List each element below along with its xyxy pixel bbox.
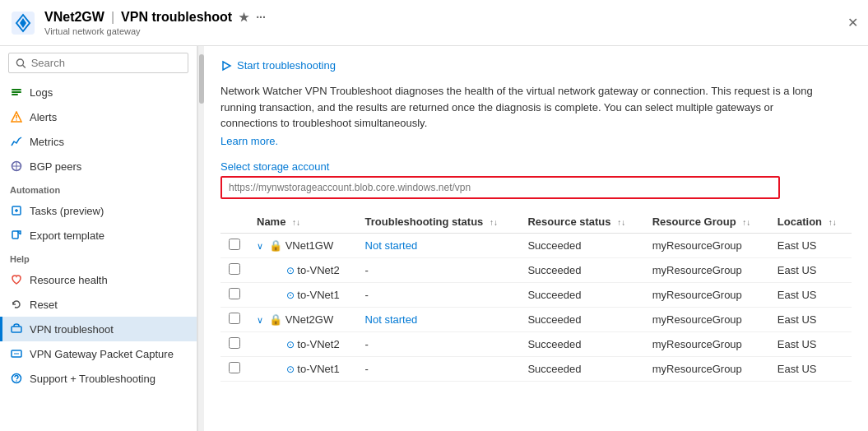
sidebar-section-automation: Automation bbox=[0, 178, 197, 198]
col-name[interactable]: Name ↑↓ bbox=[248, 211, 357, 234]
row-troubleshooting-status: - bbox=[357, 331, 520, 356]
connection-icon: ⊙ bbox=[286, 364, 297, 375]
row-troubleshooting-status: Not started bbox=[357, 233, 520, 257]
close-button[interactable]: ✕ bbox=[847, 15, 858, 30]
row-location: East US bbox=[769, 331, 852, 356]
sort-icon-troubleshoot[interactable]: ↑↓ bbox=[490, 218, 498, 227]
sidebar-item-label: Export template bbox=[30, 229, 104, 242]
sort-icon-name[interactable]: ↑↓ bbox=[292, 218, 300, 227]
scrollbar-thumb bbox=[199, 54, 204, 104]
sidebar-nav: Logs Alerts Metrics BGP peers bbox=[0, 80, 197, 431]
col-troubleshooting-status[interactable]: Troubleshooting status ↑↓ bbox=[357, 211, 520, 234]
connection-icon: ⊙ bbox=[286, 290, 297, 301]
storage-account-input[interactable] bbox=[220, 176, 780, 199]
play-icon bbox=[220, 60, 232, 72]
table-row: ∨ 🔒 VNet1GWNot startedSucceededmyResourc… bbox=[220, 233, 852, 257]
resource-name: VNet2GW bbox=[44, 10, 104, 25]
row-name-cell: ⊙ to-VNet1 bbox=[248, 356, 357, 381]
connection-icon: ⊙ bbox=[286, 339, 297, 350]
row-name: to-VNet1 bbox=[297, 289, 339, 301]
sidebar-scrollbar[interactable] bbox=[197, 46, 204, 431]
table-row: ⊙ to-VNet2-SucceededmyResourceGroupEast … bbox=[220, 257, 852, 282]
sidebar-item-export-template[interactable]: Export template bbox=[0, 223, 197, 248]
packet-icon bbox=[10, 347, 23, 360]
sidebar-item-logs[interactable]: Logs bbox=[0, 80, 197, 104]
sidebar-item-tasks[interactable]: Tasks (preview) bbox=[0, 198, 197, 223]
table-row: ⊙ to-VNet2-SucceededmyResourceGroupEast … bbox=[220, 331, 852, 356]
row-checkbox[interactable] bbox=[229, 263, 240, 275]
row-resource-group: myResourceGroup bbox=[644, 233, 769, 257]
row-troubleshooting-status: Not started bbox=[357, 307, 520, 331]
sidebar-item-vpn-troubleshoot[interactable]: VPN troubleshoot bbox=[0, 317, 197, 341]
svg-rect-5 bbox=[12, 89, 21, 90]
row-name: VNet1GW bbox=[285, 239, 334, 252]
bgp-icon bbox=[10, 160, 23, 173]
row-name-cell: ⊙ to-VNet1 bbox=[248, 282, 357, 307]
svg-rect-17 bbox=[12, 231, 18, 239]
sidebar-search-container[interactable] bbox=[8, 53, 188, 73]
sidebar-item-reset[interactable]: Reset bbox=[0, 292, 197, 317]
gateway-icon: 🔒 bbox=[269, 313, 285, 326]
export-icon bbox=[10, 229, 23, 242]
sidebar-item-resource-health[interactable]: Resource health bbox=[0, 267, 197, 292]
row-troubleshooting-status: - bbox=[357, 257, 520, 282]
svg-rect-6 bbox=[12, 91, 21, 93]
col-resource-status[interactable]: Resource status ↑↓ bbox=[519, 211, 643, 234]
sort-icon-resource[interactable]: ↑↓ bbox=[617, 218, 625, 227]
sidebar-item-metrics[interactable]: Metrics bbox=[0, 129, 197, 154]
sidebar: Logs Alerts Metrics BGP peers bbox=[0, 46, 197, 431]
expand-icon[interactable]: ∨ bbox=[257, 241, 266, 251]
page-subtitle: Virtual network gateway bbox=[44, 26, 841, 36]
sidebar-item-bgp-peers[interactable]: BGP peers bbox=[0, 154, 197, 178]
sort-icon-location[interactable]: ↑↓ bbox=[829, 218, 837, 227]
section-name: VPN troubleshoot bbox=[121, 10, 232, 25]
svg-marker-24 bbox=[223, 62, 230, 70]
alerts-icon bbox=[10, 110, 23, 123]
sort-icon-group[interactable]: ↑↓ bbox=[742, 218, 750, 227]
description-text: Network Watcher VPN Troubleshoot diagnos… bbox=[220, 83, 829, 132]
sidebar-item-label: Support + Troubleshooting bbox=[30, 373, 155, 385]
col-location[interactable]: Location ↑↓ bbox=[769, 211, 852, 234]
row-location: East US bbox=[769, 356, 852, 381]
row-resource-status: Succeeded bbox=[519, 282, 643, 307]
sidebar-item-label: Logs bbox=[30, 86, 53, 99]
expand-icon[interactable]: ∨ bbox=[257, 315, 266, 325]
sidebar-item-support-troubleshooting[interactable]: Support + Troubleshooting bbox=[0, 366, 197, 391]
sidebar-item-vpn-packet-capture[interactable]: VPN Gateway Packet Capture bbox=[0, 341, 197, 366]
search-input[interactable] bbox=[31, 57, 181, 69]
row-troubleshooting-status: - bbox=[357, 282, 520, 307]
start-troubleshooting-button[interactable]: Start troubleshooting bbox=[220, 59, 336, 72]
row-troubleshooting-status: - bbox=[357, 356, 520, 381]
row-checkbox[interactable] bbox=[229, 239, 240, 250]
table-body: ∨ 🔒 VNet1GWNot startedSucceededmyResourc… bbox=[220, 233, 852, 381]
page-title: VNet2GW | VPN troubleshoot ★ ··· bbox=[44, 10, 841, 25]
row-resource-group: myResourceGroup bbox=[644, 257, 769, 282]
col-resource-group[interactable]: Resource Group ↑↓ bbox=[644, 211, 769, 234]
row-checkbox[interactable] bbox=[229, 362, 240, 373]
sidebar-item-alerts[interactable]: Alerts bbox=[0, 104, 197, 129]
row-resource-group: myResourceGroup bbox=[644, 356, 769, 381]
row-resource-group: myResourceGroup bbox=[644, 282, 769, 307]
app-icon bbox=[10, 10, 36, 36]
table-row: ⊙ to-VNet1-SucceededmyResourceGroupEast … bbox=[220, 356, 852, 381]
title-bar: VNet2GW | VPN troubleshoot ★ ··· Virtual… bbox=[0, 0, 868, 46]
row-name-cell: ⊙ to-VNet2 bbox=[248, 257, 357, 282]
learn-more-link[interactable]: Learn more. bbox=[220, 135, 852, 147]
row-resource-status: Succeeded bbox=[519, 307, 643, 331]
row-checkbox[interactable] bbox=[229, 313, 240, 324]
row-resource-status: Succeeded bbox=[519, 233, 643, 257]
table-row: ⊙ to-VNet1-SucceededmyResourceGroupEast … bbox=[220, 282, 852, 307]
more-options-icon[interactable]: ··· bbox=[256, 11, 266, 24]
row-location: East US bbox=[769, 282, 852, 307]
sidebar-item-label: VPN Gateway Packet Capture bbox=[30, 348, 174, 360]
row-name-cell: ∨ 🔒 VNet1GW bbox=[248, 233, 357, 257]
sidebar-item-label: Resource health bbox=[30, 274, 108, 286]
row-name: to-VNet2 bbox=[297, 338, 339, 350]
row-checkbox[interactable] bbox=[229, 288, 240, 299]
select-storage-label[interactable]: Select storage account bbox=[220, 160, 852, 173]
reset-icon bbox=[10, 298, 23, 311]
row-checkbox[interactable] bbox=[229, 337, 240, 349]
row-resource-group: myResourceGroup bbox=[644, 331, 769, 356]
favorite-icon[interactable]: ★ bbox=[239, 11, 249, 24]
title-text-container: VNet2GW | VPN troubleshoot ★ ··· Virtual… bbox=[44, 10, 841, 36]
